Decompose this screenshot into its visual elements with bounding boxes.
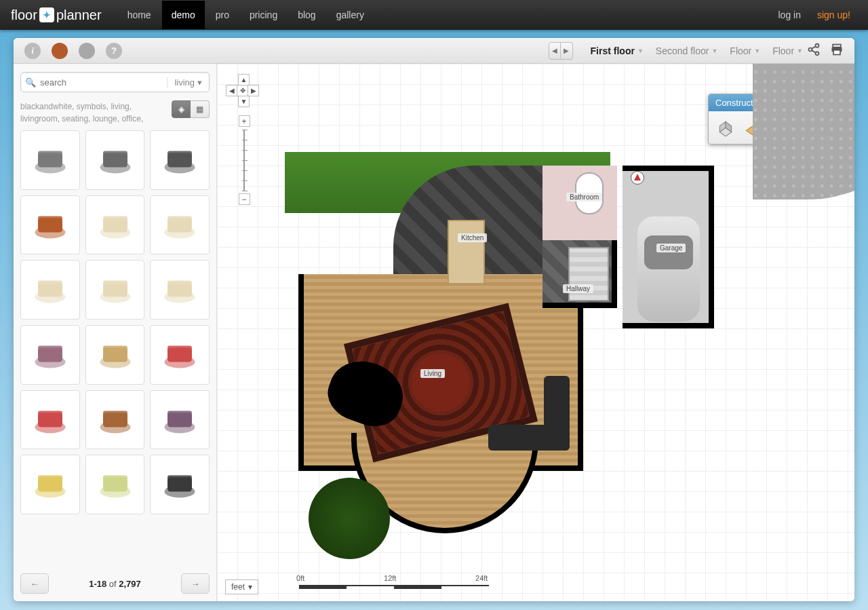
print-icon[interactable] <box>830 43 844 59</box>
obj-sofa[interactable] <box>488 376 570 451</box>
svg-rect-19 <box>38 216 62 222</box>
undo-button[interactable]: ◀ <box>549 42 561 60</box>
zoom-in-button[interactable]: + <box>239 115 250 127</box>
svg-rect-25 <box>167 216 192 222</box>
history-nav: ◀ ▶ <box>549 42 573 60</box>
label-hallway[interactable]: Hallway <box>563 284 593 293</box>
unit-select[interactable]: feet▾ <box>225 579 258 594</box>
floor-4[interactable]: Floor▼ <box>772 45 803 56</box>
room-tool[interactable] <box>717 118 734 137</box>
item-armchair-purple[interactable] <box>150 390 210 450</box>
floor-2[interactable]: Second floor▼ <box>656 45 718 56</box>
item-chaise-green[interactable] <box>85 455 145 514</box>
floor-selector: First floor▼ Second floor▼ Floor▼ Floor▼ <box>591 45 803 56</box>
obj-stairs[interactable] <box>568 247 609 301</box>
svg-rect-49 <box>103 411 127 417</box>
furniture-icon[interactable] <box>52 43 68 59</box>
item-sofa-beige-2[interactable] <box>150 195 210 255</box>
item-barcelona-chair[interactable] <box>20 130 80 190</box>
prev-page-button[interactable]: ← <box>20 573 49 594</box>
label-living[interactable]: Living <box>420 369 445 378</box>
next-page-button[interactable]: → <box>181 573 210 594</box>
item-eames-ottoman[interactable] <box>20 195 80 255</box>
item-armchair-brown[interactable] <box>85 390 145 450</box>
signup-link[interactable]: sign up! <box>810 1 857 28</box>
floorplan[interactable]: Kitchen Living Bathroom Hallway Garage <box>285 152 780 532</box>
nav-gallery[interactable]: gallery <box>327 1 374 29</box>
nav-demo[interactable]: demo <box>162 1 205 29</box>
item-sofa-purple[interactable] <box>20 325 80 385</box>
item-sofa-l-2[interactable] <box>150 260 210 320</box>
search-icon: 🔍 <box>21 77 40 88</box>
share-icon[interactable] <box>807 43 821 59</box>
tag-suggestions[interactable]: blackandwhite, symbols, living, livingro… <box>20 100 167 125</box>
pan-up-button[interactable]: ▲ <box>238 74 250 85</box>
pan-down-button[interactable]: ▼ <box>238 96 250 107</box>
svg-rect-34 <box>167 281 192 287</box>
item-sofa-beige[interactable] <box>85 195 145 255</box>
label-kitchen[interactable]: Kitchen <box>458 233 487 242</box>
item-swivel-chair[interactable] <box>85 130 145 190</box>
zoom-out-button[interactable]: − <box>239 193 250 205</box>
globe-icon[interactable] <box>79 43 95 59</box>
svg-rect-7 <box>833 50 840 54</box>
svg-rect-37 <box>38 345 62 351</box>
item-sofa-red[interactable] <box>150 325 210 385</box>
pan-right-button[interactable]: ▶ <box>248 85 259 96</box>
view-2d-button[interactable]: ▦ <box>191 100 210 118</box>
label-garage[interactable]: Garage <box>656 244 686 252</box>
view-3d-button[interactable]: ◈ <box>172 100 191 118</box>
nav-pro[interactable]: pro <box>206 1 239 29</box>
item-sofa-l[interactable] <box>85 260 145 320</box>
redo-button[interactable]: ▶ <box>561 42 573 60</box>
item-sofa-long[interactable] <box>20 260 80 320</box>
chevron-down-icon: ▼ <box>754 47 760 54</box>
nav-pricing[interactable]: pricing <box>240 1 287 29</box>
nav-links: home demo pro pricing blog gallery <box>118 1 374 29</box>
floor-2-label: Second floor <box>656 45 709 56</box>
category-label: living <box>174 77 195 88</box>
chevron-down-icon: ▼ <box>637 47 644 54</box>
logo-text-pre: floor <box>11 7 37 23</box>
svg-rect-52 <box>167 411 192 417</box>
svg-rect-58 <box>103 476 127 482</box>
item-lounge-chair[interactable] <box>150 130 210 190</box>
ruler: feet▾ 0ft 12ft 24ft <box>225 579 469 594</box>
zoom-slider[interactable] <box>243 130 245 191</box>
chevron-down-icon: ▼ <box>711 47 717 54</box>
compass-icon[interactable] <box>631 171 644 185</box>
sidebar: 🔍 living▾ blackandwhite, symbols, living… <box>14 64 217 601</box>
canvas[interactable]: ▲ ◀✥▶ ▼ + − 2D ▾ 3D Construction ▴ <box>217 64 854 601</box>
svg-point-1 <box>809 47 812 51</box>
svg-rect-28 <box>38 281 62 287</box>
svg-rect-5 <box>833 44 841 47</box>
floor-1[interactable]: First floor▼ <box>591 45 644 56</box>
item-tub-chair-yellow[interactable] <box>20 455 80 514</box>
help-icon[interactable]: ? <box>106 43 122 59</box>
search-input[interactable] <box>40 77 167 88</box>
svg-rect-22 <box>103 216 127 222</box>
logo[interactable]: floor ✦ planner <box>11 7 102 23</box>
svg-point-2 <box>816 52 819 55</box>
svg-rect-13 <box>103 151 127 157</box>
page-total: 2,797 <box>119 579 141 589</box>
page-info: 1-18 of 2,797 <box>89 579 141 589</box>
nav-home[interactable]: home <box>118 1 161 29</box>
pan-left-button[interactable]: ◀ <box>226 85 237 96</box>
login-link[interactable]: log in <box>771 1 807 28</box>
obj-table[interactable] <box>448 220 485 284</box>
nav-blog[interactable]: blog <box>288 1 325 29</box>
item-bench[interactable] <box>85 325 145 385</box>
svg-rect-46 <box>38 411 62 417</box>
floor-3[interactable]: Floor▼ <box>730 45 760 56</box>
item-wire-chair[interactable] <box>150 455 210 514</box>
obj-car[interactable] <box>637 216 700 322</box>
toolbar-left-icons: i ? <box>19 43 127 59</box>
label-bathroom[interactable]: Bathroom <box>566 193 602 202</box>
category-select[interactable]: living▾ <box>167 77 209 88</box>
obj-bush[interactable] <box>309 478 390 559</box>
pan-zoom-control: ▲ ◀✥▶ ▼ + − <box>226 75 262 205</box>
info-icon[interactable]: i <box>24 43 41 59</box>
pan-center-button[interactable]: ✥ <box>237 85 248 96</box>
item-sofa-red-2[interactable] <box>20 390 80 450</box>
